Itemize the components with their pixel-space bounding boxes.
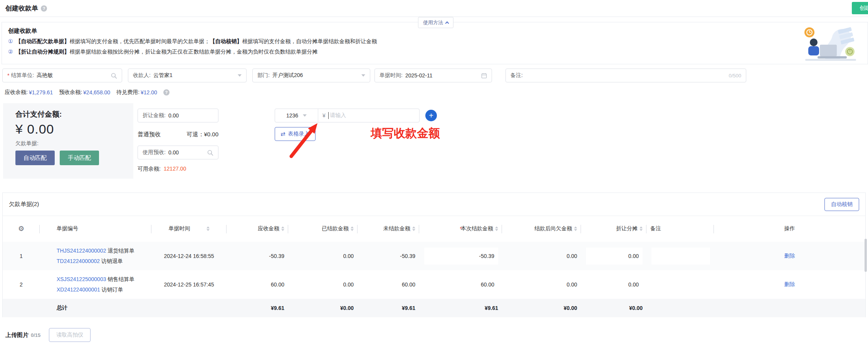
illustration-image bbox=[803, 23, 861, 63]
discount-amount-input[interactable]: 折让金额: 0.00 bbox=[138, 109, 218, 122]
manual-match-button[interactable]: 手动匹配 bbox=[60, 151, 99, 165]
total-unsettled: ¥9.61 bbox=[358, 299, 419, 317]
create-button[interactable]: 创建 bbox=[852, 2, 868, 14]
chevron-down-icon bbox=[361, 74, 365, 77]
receivable-amount: 60.00 bbox=[227, 270, 288, 299]
total-pay-value: ¥ 0.00 bbox=[15, 122, 133, 137]
help-icon[interactable]: ? bbox=[41, 5, 47, 12]
auto-writeoff-button[interactable]: 自动核销 bbox=[824, 198, 859, 211]
doc-time: 2024-12-25 16:57:45 bbox=[151, 270, 227, 299]
normal-precollect-line: 普通预收 可退：¥0.00 bbox=[138, 131, 218, 138]
circled-two-icon: ② bbox=[8, 49, 13, 55]
doc-link[interactable]: TD241224000002 bbox=[57, 258, 100, 264]
remaining-amount: 0.00 bbox=[502, 242, 581, 270]
total-label: 总计 bbox=[40, 299, 151, 317]
table-row: 1 THJS241224000002 退货结算单 TD241224000002 … bbox=[3, 242, 865, 270]
table-header-row: ⚙ 单据编号 单据时间 应收金额 已结款金额 未结款金额 *本次结款金额 结款后… bbox=[3, 216, 865, 242]
row-remark-input[interactable] bbox=[651, 248, 710, 265]
doc-link[interactable]: XSJS241225000003 bbox=[57, 276, 106, 282]
col-current-settle: 本次结款金额 bbox=[461, 225, 493, 232]
row-index: 1 bbox=[3, 242, 40, 270]
sort-icon[interactable] bbox=[412, 226, 415, 231]
col-doc-no: 单据编号 bbox=[57, 225, 78, 232]
help-icon[interactable]: ? bbox=[163, 89, 170, 95]
use-precollect-input[interactable]: 使用预收: 0.00 bbox=[138, 146, 218, 159]
doc-link[interactable]: XD241224000001 bbox=[57, 286, 100, 293]
row-index: 2 bbox=[3, 270, 40, 299]
total-remaining: ¥0.00 bbox=[502, 299, 581, 317]
settle-unit-field[interactable]: * 结算单位: 高艳敏 bbox=[2, 69, 122, 82]
sort-icon[interactable] bbox=[281, 226, 284, 231]
top-bar: 创建收款单 ? 创建 bbox=[0, 0, 868, 17]
auto-match-button[interactable]: 自动匹配 bbox=[15, 151, 55, 165]
total-current: ¥9.61 bbox=[419, 299, 502, 317]
settled-amount: 0.00 bbox=[288, 242, 358, 270]
payment-section: 合计支付金额: ¥ 0.00 欠款单据: 自动匹配 手动匹配 折让金额: 0.0… bbox=[0, 103, 868, 179]
doc-link[interactable]: THJS241224000002 bbox=[57, 248, 106, 254]
annotation-text: 填写收款金额 bbox=[371, 126, 440, 141]
delete-link[interactable]: 删除 bbox=[784, 253, 795, 259]
sort-icon[interactable] bbox=[495, 226, 498, 231]
receivable-balance: ¥1,279.61 bbox=[29, 89, 53, 95]
chevron-down-icon bbox=[303, 114, 307, 117]
table-title: 欠款单据(2) bbox=[9, 201, 39, 208]
sort-icon[interactable] bbox=[207, 226, 210, 231]
debt-docs-table: ⚙ 单据编号 单据时间 应收金额 已结款金额 未结款金额 *本次结款金额 结款后… bbox=[3, 216, 865, 317]
chevron-up-icon bbox=[445, 21, 449, 25]
col-discount-share: 折让分摊 bbox=[616, 225, 638, 232]
page-title: 创建收款单 bbox=[5, 4, 38, 13]
col-doc-time: 单据时间 bbox=[169, 225, 190, 232]
doc-time: 2024-12-24 16:58:55 bbox=[151, 242, 227, 270]
debt-docs-card: 欠款单据(2) 自动核销 ⚙ 单据编号 单据时间 应收金额 已结款金额 未结款金… bbox=[2, 193, 866, 317]
delete-link[interactable]: 删除 bbox=[784, 281, 795, 287]
row-remark-input[interactable] bbox=[651, 276, 710, 293]
discount-share-input[interactable]: 0.00 bbox=[586, 248, 643, 265]
remaining-amount: 0.00 bbox=[502, 270, 581, 299]
col-unsettled: 未结款金额 bbox=[383, 225, 410, 232]
vertical-scrollbar[interactable] bbox=[865, 239, 867, 272]
upload-count: 0/15 bbox=[31, 332, 40, 338]
settled-amount: 0.00 bbox=[288, 270, 358, 299]
column-settings-gear-icon[interactable]: ⚙ bbox=[18, 224, 24, 233]
col-remark: 备注 bbox=[650, 225, 661, 232]
col-action: 操作 bbox=[784, 225, 795, 232]
usage-toggle[interactable]: 使用方法 bbox=[418, 17, 453, 28]
unsettled-amount: -50.39 bbox=[358, 242, 419, 270]
calendar-icon[interactable] bbox=[481, 73, 487, 79]
precollect-balance: ¥24,658.00 bbox=[83, 89, 110, 95]
swap-icon: ⇄ bbox=[280, 131, 285, 137]
add-payment-button[interactable]: + bbox=[425, 110, 437, 121]
sort-icon[interactable] bbox=[574, 226, 577, 231]
debt-docs-label: 欠款单据: bbox=[15, 140, 133, 147]
current-settle-input[interactable]: 60.00 bbox=[424, 276, 498, 293]
available-balance-value: 12127.00 bbox=[164, 166, 186, 172]
char-counter: 0/500 bbox=[729, 73, 741, 79]
remark-input[interactable]: 备注: 0/500 bbox=[505, 69, 746, 82]
usage-toggle-label: 使用方法 bbox=[423, 19, 443, 26]
discount-share-input[interactable]: 0.00 bbox=[586, 276, 643, 293]
col-receivable: 应收金额 bbox=[258, 225, 279, 232]
balance-row: 应收余额:¥1,279.61 预收余额:¥24,658.00 待兑费用:¥12.… bbox=[5, 89, 170, 96]
table-row: 2 XSJS241225000003 销售结算单 XD241224000001 … bbox=[3, 270, 865, 299]
sort-icon[interactable] bbox=[640, 226, 643, 231]
unsettled-amount: 60.00 bbox=[358, 270, 419, 299]
amount-input[interactable]: ¥ 请输入 bbox=[318, 109, 419, 122]
payee-select[interactable]: 收款人: 云管家1 bbox=[128, 69, 247, 82]
col-remaining: 结款后尚欠金额 bbox=[534, 225, 572, 232]
total-pay-label: 合计支付金额: bbox=[15, 109, 133, 119]
total-settled: ¥0.00 bbox=[288, 299, 358, 317]
annotation-arrow bbox=[285, 118, 327, 161]
usage-info-panel: 使用方法 创建收款单 ①【自动匹配欠款单据】根据填写的支付金额，优先匹配单据时间… bbox=[2, 22, 868, 64]
sort-icon[interactable] bbox=[351, 226, 354, 231]
search-icon[interactable] bbox=[111, 72, 117, 79]
payment-summary-card: 合计支付金额: ¥ 0.00 欠款单据: 自动匹配 手动匹配 bbox=[3, 103, 133, 179]
department-select[interactable]: 部门: 开户测试206 bbox=[252, 69, 370, 82]
total-discount: ¥0.00 bbox=[581, 299, 646, 317]
table-total-row: 总计 ¥9.61 ¥0.00 ¥9.61 ¥9.61 ¥0.00 ¥0.00 bbox=[3, 299, 865, 317]
scanner-button[interactable]: 读取高拍仪 bbox=[49, 328, 91, 342]
col-settled: 已结款金额 bbox=[322, 225, 349, 232]
info-line-2: ②【折让自动分摊规则】根据单据结款金额按比例分摊，折让金额为正仅在正数结款单据分… bbox=[8, 49, 868, 55]
search-icon[interactable] bbox=[207, 149, 213, 156]
current-settle-input[interactable]: -50.39 bbox=[424, 248, 498, 265]
doc-date-picker[interactable]: 单据时间: 2025-02-11 bbox=[374, 69, 492, 82]
